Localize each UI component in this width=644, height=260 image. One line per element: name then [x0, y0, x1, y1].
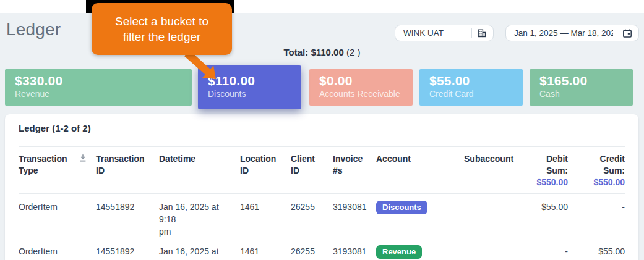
- tooltip-text-line2: filter the ledger: [92, 29, 232, 44]
- bucket-label: Accounts Receivable: [319, 89, 413, 99]
- cell-account: Revenue: [376, 238, 464, 260]
- bucket-label: Discounts: [208, 89, 301, 99]
- cell-subaccount: [464, 194, 513, 238]
- datetime-line1: Jan 16, 2025 at 9:18: [159, 202, 219, 224]
- bucket-discounts[interactable]: $110.00 Discounts: [198, 65, 301, 109]
- col-header-account[interactable]: Account: [376, 147, 464, 194]
- bucket-cash[interactable]: $165.00 Cash: [530, 69, 633, 106]
- date-range-picker[interactable]: Jan 1, 2025 — Mar 18, 2025: [505, 25, 639, 41]
- cell-subaccount: [464, 238, 513, 260]
- cell-client-id: 26255: [291, 194, 333, 238]
- cell-location-id: 1461: [240, 238, 291, 260]
- col-header-transaction-id[interactable]: Transaction ID: [96, 147, 159, 194]
- debit-sum-value[interactable]: $550.00: [513, 177, 568, 188]
- col-header-subaccount[interactable]: Subaccount: [464, 147, 513, 194]
- bucket-label: Cash: [539, 89, 633, 99]
- cell-debit: -: [513, 238, 568, 260]
- table-row[interactable]: OrderItem 14551892 Jan 16, 2025 at 9:18 …: [19, 194, 625, 238]
- bucket-revenue[interactable]: $330.00 Revenue: [5, 69, 192, 106]
- cell-debit: $55.00: [513, 194, 568, 238]
- cell-credit: -: [568, 194, 625, 238]
- cell-transaction-id: 14551892: [96, 194, 159, 238]
- bucket-label: Credit Card: [429, 89, 523, 99]
- cell-credit: $55.00: [568, 238, 625, 260]
- cell-location-id: 1461: [240, 194, 291, 238]
- bucket-amount: $165.00: [539, 73, 633, 88]
- table-header-row: Transaction Type Transaction ID Dat: [19, 147, 625, 194]
- col-header-client-id[interactable]: Client ID: [291, 147, 333, 194]
- cell-datetime: Jan 16, 2025 at 9:18 pm: [159, 194, 240, 238]
- ledger-table: Transaction Type Transaction ID Dat: [19, 146, 625, 260]
- col-header-location-id[interactable]: Location ID: [240, 147, 291, 194]
- ledger-page: Ledger WINK UAT Jan 1, 2025 — Mar 18, 20…: [0, 0, 644, 260]
- field-divider: [617, 28, 617, 38]
- table-row[interactable]: OrderItem 14551892 Jan 16, 2025 at 9:18 …: [19, 238, 625, 260]
- col-header-label: Transaction Type: [19, 154, 67, 175]
- bucket-amount: $110.00: [208, 73, 301, 88]
- building-icon[interactable]: [477, 28, 487, 38]
- col-header-invoice[interactable]: Invoice #s: [333, 147, 376, 194]
- date-range-value: Jan 1, 2025 — Mar 18, 2025: [514, 28, 613, 38]
- cell-client-id: 26255: [291, 238, 333, 260]
- cell-transaction-type: OrderItem: [19, 238, 96, 260]
- bucket-credit-card[interactable]: $55.00 Credit Card: [419, 69, 523, 106]
- ledger-table-title: Ledger (1-2 of 2): [19, 123, 91, 133]
- cell-transaction-type: OrderItem: [19, 194, 96, 238]
- credit-sum-value[interactable]: $550.00: [568, 177, 625, 188]
- account-badge-discounts: Discounts: [376, 201, 427, 214]
- bucket-filter-tooltip: Select a bucket to filter the ledger: [92, 3, 232, 55]
- bucket-row: $330.00 Revenue $110.00 Discounts $0.00 …: [5, 65, 639, 109]
- venue-selector[interactable]: WINK UAT: [395, 25, 494, 41]
- col-header-label: Credit Sum:: [594, 153, 625, 177]
- bucket-amount: $0.00: [319, 73, 413, 88]
- tooltip-text-line1: Select a bucket to: [92, 14, 232, 29]
- total-label: Total:: [284, 47, 309, 57]
- bucket-accounts-receivable[interactable]: $0.00 Accounts Receivable: [309, 69, 413, 106]
- account-badge-revenue: Revenue: [376, 245, 422, 259]
- calendar-icon[interactable]: [622, 28, 632, 38]
- field-divider: [471, 28, 472, 38]
- col-header-datetime[interactable]: Datetime: [159, 147, 240, 194]
- bucket-amount: $55.00: [429, 73, 523, 88]
- col-header-label: Debit Sum:: [539, 153, 568, 177]
- cell-account: Discounts: [376, 194, 464, 238]
- total-count: (2 ): [346, 47, 361, 57]
- cell-datetime: Jan 16, 2025 at 9:18 pm: [159, 238, 240, 260]
- cell-invoice: 3193081: [333, 194, 376, 238]
- col-header-credit-sum[interactable]: Credit Sum: $550.00: [568, 147, 625, 194]
- page-title: Ledger: [6, 20, 61, 40]
- datetime-line1: Jan 16, 2025 at 9:18: [159, 246, 219, 260]
- venue-selector-value: WINK UAT: [403, 28, 468, 38]
- bucket-amount: $330.00: [15, 73, 192, 88]
- cell-invoice: 3193081: [333, 238, 376, 260]
- cell-transaction-id: 14551892: [96, 238, 159, 260]
- ledger-card: Ledger (1-2 of 2) Transaction Type: [5, 114, 638, 260]
- col-header-debit-sum[interactable]: Debit Sum: $550.00: [513, 147, 568, 194]
- bucket-label: Revenue: [15, 89, 192, 99]
- col-header-transaction-type[interactable]: Transaction Type: [19, 147, 96, 194]
- datetime-line2: pm: [159, 227, 171, 237]
- download-sort-icon[interactable]: [79, 154, 87, 166]
- total-amount: $110.00: [311, 47, 343, 57]
